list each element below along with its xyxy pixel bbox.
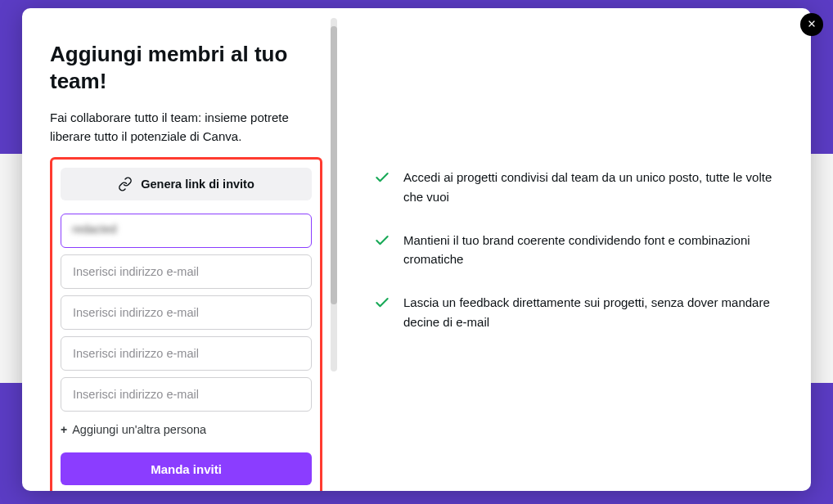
right-pane: Accedi ai progetti condivisi dal team da… — [337, 8, 811, 491]
check-icon — [374, 295, 390, 314]
email-input-1[interactable] — [61, 214, 312, 248]
benefit-text: Accedi ai progetti condivisi dal team da… — [403, 168, 774, 206]
add-another-label: Aggiungi un'altra persona — [72, 423, 206, 436]
benefit-text: Lascia un feedback direttamente sui prog… — [403, 293, 774, 331]
close-button[interactable] — [800, 13, 823, 36]
modal-title: Aggiungi membri al tuo team! — [50, 41, 337, 94]
add-another-person-button[interactable]: + Aggiungi un'altra persona — [61, 423, 312, 436]
modal-subtitle: Fai collaborare tutto il team: insieme p… — [50, 109, 337, 146]
email-input-2[interactable] — [61, 254, 312, 289]
link-icon — [118, 177, 133, 191]
benefit-item: Lascia un feedback direttamente sui prog… — [374, 293, 774, 331]
scrollbar-thumb[interactable] — [331, 26, 337, 304]
scrollbar-track[interactable] — [331, 18, 337, 371]
email-input-3[interactable] — [61, 295, 312, 330]
benefit-text: Mantieni il tuo brand coerente condivide… — [403, 231, 774, 269]
check-icon — [374, 232, 390, 252]
generate-link-label: Genera link di invito — [141, 178, 254, 191]
left-pane: Aggiungi membri al tuo team! Fai collabo… — [22, 8, 337, 491]
generate-link-button[interactable]: Genera link di invito — [61, 168, 312, 200]
send-invites-button[interactable]: Manda inviti — [61, 452, 312, 485]
plus-icon: + — [61, 423, 67, 436]
close-icon — [807, 19, 817, 30]
benefit-item: Mantieni il tuo brand coerente condivide… — [374, 231, 774, 269]
invite-form-highlight: Genera link di invito redacted + Aggiung… — [50, 157, 322, 491]
email-input-4[interactable] — [61, 336, 312, 371]
check-icon — [374, 169, 390, 189]
invite-modal: Aggiungi membri al tuo team! Fai collabo… — [22, 8, 811, 491]
email-input-5[interactable] — [61, 377, 312, 412]
benefit-item: Accedi ai progetti condivisi dal team da… — [374, 168, 774, 206]
